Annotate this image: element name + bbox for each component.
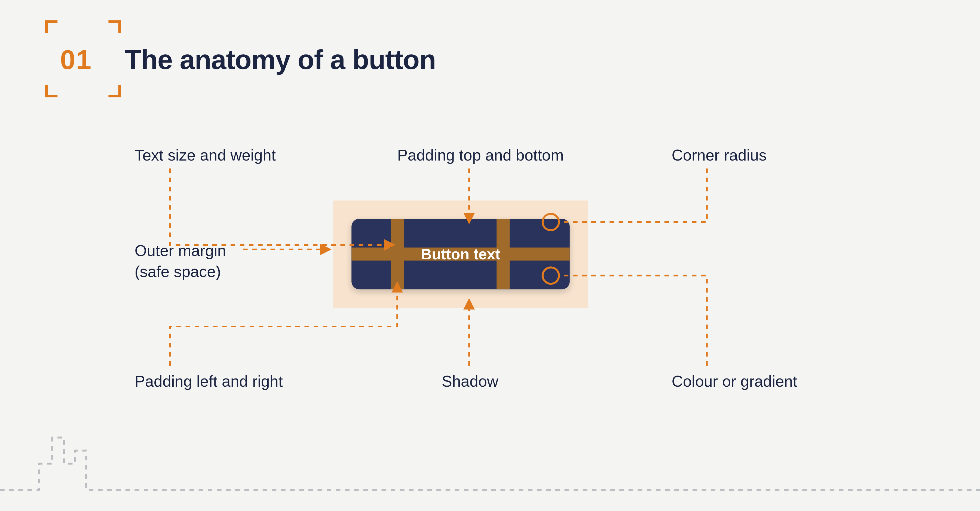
label-shadow: Shadow xyxy=(442,371,498,392)
label-text-size: Text size and weight xyxy=(134,145,276,166)
label-colour: Colour or gradient xyxy=(671,371,797,392)
button-label: Button text xyxy=(352,219,570,289)
section-number: 01 xyxy=(60,44,92,76)
page-title: The anatomy of a button xyxy=(125,44,436,76)
label-outer-margin: Outer margin (safe space) xyxy=(134,240,226,282)
label-corner-radius: Corner radius xyxy=(671,145,767,166)
label-padding-lr: Padding left and right xyxy=(134,371,283,392)
example-button[interactable]: Button text xyxy=(352,219,570,289)
label-padding-tb: Padding top and bottom xyxy=(397,145,564,166)
corner-radius-ring-icon xyxy=(542,213,560,231)
page-header: 01 The anatomy of a button xyxy=(45,44,436,76)
colour-ring-icon xyxy=(542,267,560,285)
decorative-skyline-icon xyxy=(0,418,980,509)
